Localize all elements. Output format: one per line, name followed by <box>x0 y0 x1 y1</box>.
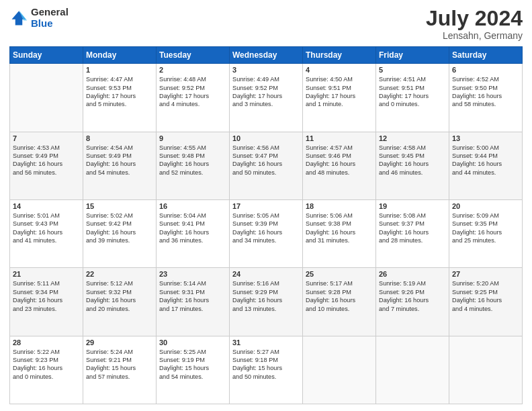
col-header-wednesday: Wednesday <box>230 47 303 64</box>
week-row-2: 7Sunrise: 4:53 AM Sunset: 9:49 PM Daylig… <box>10 132 523 199</box>
day-number: 20 <box>452 202 519 210</box>
calendar-cell: 16Sunrise: 5:04 AM Sunset: 9:41 PM Dayli… <box>157 199 230 267</box>
header-row: SundayMondayTuesdayWednesdayThursdayFrid… <box>10 47 523 64</box>
cell-info: Sunrise: 4:48 AM Sunset: 9:52 PM Dayligh… <box>159 75 226 109</box>
cell-info: Sunrise: 5:27 AM Sunset: 9:18 PM Dayligh… <box>232 348 300 381</box>
calendar-cell: 19Sunrise: 5:08 AM Sunset: 9:37 PM Dayli… <box>376 199 449 267</box>
day-number: 3 <box>232 66 300 74</box>
calendar-cell: 24Sunrise: 5:16 AM Sunset: 9:29 PM Dayli… <box>230 268 303 336</box>
day-number: 13 <box>452 134 519 142</box>
calendar-cell: 12Sunrise: 4:58 AM Sunset: 9:45 PM Dayli… <box>376 132 449 199</box>
calendar-cell: 10Sunrise: 4:56 AM Sunset: 9:47 PM Dayli… <box>230 132 303 199</box>
day-number: 18 <box>306 202 373 210</box>
cell-info: Sunrise: 5:09 AM Sunset: 9:35 PM Dayligh… <box>452 212 519 245</box>
day-number: 30 <box>159 338 226 347</box>
col-header-thursday: Thursday <box>303 47 376 64</box>
cell-info: Sunrise: 4:55 AM Sunset: 9:48 PM Dayligh… <box>159 144 226 177</box>
day-number: 26 <box>379 270 446 278</box>
calendar-cell: 18Sunrise: 5:06 AM Sunset: 9:38 PM Dayli… <box>303 199 376 267</box>
calendar-cell: 3Sunrise: 4:49 AM Sunset: 9:52 PM Daylig… <box>230 64 303 132</box>
day-number: 21 <box>13 270 80 278</box>
calendar-table: SundayMondayTuesdayWednesdayThursdayFrid… <box>9 46 523 404</box>
calendar-cell: 1Sunrise: 4:47 AM Sunset: 9:53 PM Daylig… <box>83 64 157 132</box>
title-block: July 2024 Lensahn, Germany <box>426 7 523 41</box>
cell-info: Sunrise: 4:52 AM Sunset: 9:50 PM Dayligh… <box>452 75 519 109</box>
day-number: 14 <box>13 202 80 210</box>
calendar-cell <box>449 336 523 404</box>
calendar-cell: 13Sunrise: 5:00 AM Sunset: 9:44 PM Dayli… <box>449 132 523 199</box>
day-number: 22 <box>86 270 153 278</box>
calendar-cell <box>10 64 83 132</box>
calendar-cell: 23Sunrise: 5:14 AM Sunset: 9:31 PM Dayli… <box>157 268 230 336</box>
col-header-monday: Monday <box>83 47 157 64</box>
logo-icon <box>9 9 28 28</box>
cell-info: Sunrise: 5:01 AM Sunset: 9:43 PM Dayligh… <box>13 212 80 245</box>
cell-info: Sunrise: 5:11 AM Sunset: 9:34 PM Dayligh… <box>13 279 80 313</box>
calendar-cell: 14Sunrise: 5:01 AM Sunset: 9:43 PM Dayli… <box>10 199 83 267</box>
day-number: 28 <box>13 338 80 347</box>
cell-info: Sunrise: 5:16 AM Sunset: 9:29 PM Dayligh… <box>232 279 300 313</box>
calendar-cell: 9Sunrise: 4:55 AM Sunset: 9:48 PM Daylig… <box>157 132 230 199</box>
cell-info: Sunrise: 5:17 AM Sunset: 9:28 PM Dayligh… <box>306 279 373 313</box>
week-row-3: 14Sunrise: 5:01 AM Sunset: 9:43 PM Dayli… <box>10 199 523 267</box>
week-row-5: 28Sunrise: 5:22 AM Sunset: 9:23 PM Dayli… <box>10 336 523 404</box>
day-number: 6 <box>452 66 519 74</box>
logo: General Blue <box>9 7 69 29</box>
calendar-cell <box>303 336 376 404</box>
calendar-cell: 31Sunrise: 5:27 AM Sunset: 9:18 PM Dayli… <box>230 336 303 404</box>
day-number: 19 <box>379 202 446 210</box>
calendar-cell: 6Sunrise: 4:52 AM Sunset: 9:50 PM Daylig… <box>449 64 523 132</box>
calendar-cell: 26Sunrise: 5:19 AM Sunset: 9:26 PM Dayli… <box>376 268 449 336</box>
col-header-sunday: Sunday <box>10 47 83 64</box>
calendar-cell: 11Sunrise: 4:57 AM Sunset: 9:46 PM Dayli… <box>303 132 376 199</box>
cell-info: Sunrise: 4:51 AM Sunset: 9:51 PM Dayligh… <box>379 75 446 109</box>
day-number: 5 <box>379 66 446 74</box>
cell-info: Sunrise: 5:12 AM Sunset: 9:32 PM Dayligh… <box>86 279 153 313</box>
day-number: 12 <box>379 134 446 142</box>
location: Lensahn, Germany <box>426 30 523 41</box>
calendar-cell <box>376 336 449 404</box>
week-row-1: 1Sunrise: 4:47 AM Sunset: 9:53 PM Daylig… <box>10 64 523 132</box>
day-number: 27 <box>452 270 519 278</box>
cell-info: Sunrise: 4:50 AM Sunset: 9:51 PM Dayligh… <box>306 75 373 109</box>
cell-info: Sunrise: 5:25 AM Sunset: 9:19 PM Dayligh… <box>159 348 226 381</box>
day-number: 25 <box>306 270 373 278</box>
header: General Blue July 2024 Lensahn, Germany <box>9 7 523 41</box>
day-number: 31 <box>232 338 300 347</box>
day-number: 29 <box>86 338 153 347</box>
calendar-cell: 22Sunrise: 5:12 AM Sunset: 9:32 PM Dayli… <box>83 268 157 336</box>
cell-info: Sunrise: 5:20 AM Sunset: 9:25 PM Dayligh… <box>452 279 519 313</box>
cell-info: Sunrise: 5:08 AM Sunset: 9:37 PM Dayligh… <box>379 212 446 245</box>
cell-info: Sunrise: 5:24 AM Sunset: 9:21 PM Dayligh… <box>86 348 153 381</box>
calendar-cell: 30Sunrise: 5:25 AM Sunset: 9:19 PM Dayli… <box>157 336 230 404</box>
cell-info: Sunrise: 4:56 AM Sunset: 9:47 PM Dayligh… <box>232 144 300 177</box>
day-number: 2 <box>159 66 226 74</box>
day-number: 23 <box>159 270 226 278</box>
day-number: 4 <box>306 66 373 74</box>
calendar-cell: 2Sunrise: 4:48 AM Sunset: 9:52 PM Daylig… <box>157 64 230 132</box>
cell-info: Sunrise: 5:19 AM Sunset: 9:26 PM Dayligh… <box>379 279 446 313</box>
cell-info: Sunrise: 5:14 AM Sunset: 9:31 PM Dayligh… <box>159 279 226 313</box>
cell-info: Sunrise: 5:02 AM Sunset: 9:42 PM Dayligh… <box>86 212 153 245</box>
cell-info: Sunrise: 4:49 AM Sunset: 9:52 PM Dayligh… <box>232 75 300 109</box>
cell-info: Sunrise: 4:54 AM Sunset: 9:49 PM Dayligh… <box>86 144 153 177</box>
calendar-cell: 21Sunrise: 5:11 AM Sunset: 9:34 PM Dayli… <box>10 268 83 336</box>
calendar-cell: 29Sunrise: 5:24 AM Sunset: 9:21 PM Dayli… <box>83 336 157 404</box>
logo-blue-text: Blue <box>31 18 69 30</box>
calendar-cell: 17Sunrise: 5:05 AM Sunset: 9:39 PM Dayli… <box>230 199 303 267</box>
day-number: 15 <box>86 202 153 210</box>
cell-info: Sunrise: 4:57 AM Sunset: 9:46 PM Dayligh… <box>306 144 373 177</box>
calendar-cell: 25Sunrise: 5:17 AM Sunset: 9:28 PM Dayli… <box>303 268 376 336</box>
calendar-cell: 5Sunrise: 4:51 AM Sunset: 9:51 PM Daylig… <box>376 64 449 132</box>
day-number: 10 <box>232 134 300 142</box>
page: General Blue July 2024 Lensahn, Germany … <box>0 0 532 411</box>
col-header-friday: Friday <box>376 47 449 64</box>
calendar-cell: 15Sunrise: 5:02 AM Sunset: 9:42 PM Dayli… <box>83 199 157 267</box>
day-number: 7 <box>13 134 80 142</box>
logo-text: General Blue <box>31 7 69 29</box>
cell-info: Sunrise: 5:06 AM Sunset: 9:38 PM Dayligh… <box>306 212 373 245</box>
cell-info: Sunrise: 5:22 AM Sunset: 9:23 PM Dayligh… <box>13 348 80 381</box>
day-number: 24 <box>232 270 300 278</box>
calendar-cell: 20Sunrise: 5:09 AM Sunset: 9:35 PM Dayli… <box>449 199 523 267</box>
day-number: 9 <box>159 134 226 142</box>
